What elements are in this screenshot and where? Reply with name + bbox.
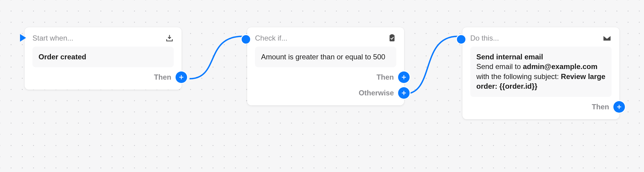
trigger-header-label: Start when... [32, 34, 73, 42]
condition-input-port [242, 35, 250, 44]
trigger-header: Start when... [32, 34, 174, 42]
clipboard-check-icon [388, 34, 396, 42]
condition-body: Amount is greater than or equal to 500 [255, 47, 396, 67]
connector-start-to-condition [183, 33, 250, 82]
otherwise-label: Otherwise [359, 89, 394, 97]
condition-header-label: Check if... [255, 34, 287, 42]
action-header: Do this... [470, 34, 612, 42]
add-after-action-button[interactable] [613, 101, 625, 113]
action-then-outlet: Then [470, 101, 625, 113]
download-tray-icon [165, 34, 174, 42]
action-header-label: Do this... [470, 34, 499, 42]
then-label: Then [592, 103, 609, 111]
start-marker-icon [19, 33, 27, 44]
condition-then-outlet: Then [255, 71, 410, 83]
condition-node[interactable]: Check if... Amount is greater than or eq… [247, 27, 404, 105]
condition-otherwise-outlet: Otherwise [255, 87, 410, 99]
action-input-port [457, 35, 465, 44]
add-after-condition-then-button[interactable] [398, 71, 410, 83]
trigger-node[interactable]: Start when... Order created Then [25, 27, 182, 90]
action-desc-prefix: Send email to [476, 62, 523, 71]
action-body: Send internal email Send email to admin@… [470, 47, 612, 97]
then-label: Then [154, 73, 171, 81]
svg-rect-0 [390, 35, 394, 41]
action-title: Send internal email [476, 52, 605, 62]
workflow-canvas: Start when... Order created Then Check i… [0, 0, 644, 172]
action-email: admin@example.com [523, 62, 597, 71]
then-label: Then [377, 73, 394, 81]
mail-icon [602, 35, 612, 42]
add-after-condition-otherwise-button[interactable] [398, 87, 410, 99]
trigger-then-outlet: Then [32, 71, 187, 83]
trigger-body: Order created [32, 47, 174, 67]
add-after-trigger-button[interactable] [176, 71, 187, 83]
svg-rect-1 [391, 34, 393, 36]
action-node[interactable]: Do this... Send internal email Send emai… [462, 27, 619, 119]
condition-header: Check if... [255, 34, 396, 42]
action-desc-mid: with the following subject: [476, 72, 561, 81]
